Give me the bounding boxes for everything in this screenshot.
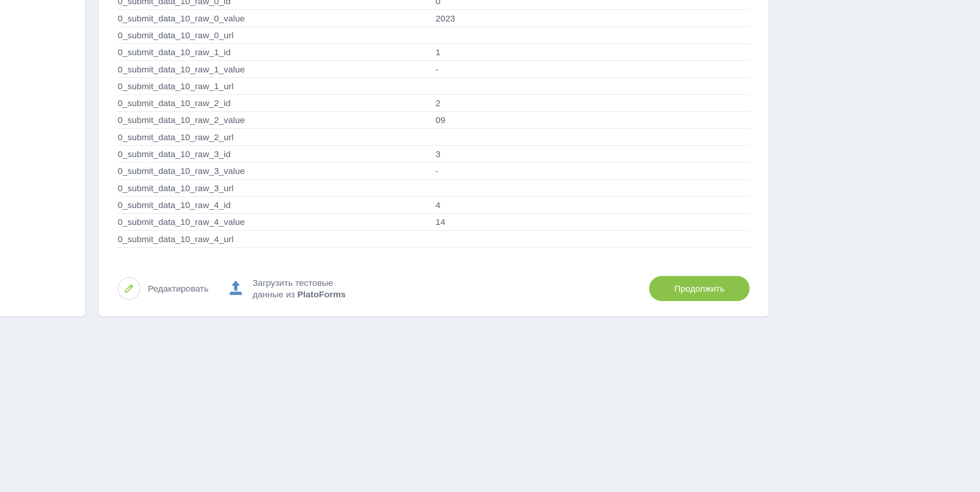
row-key: 0_submit_data_10_raw_1_id bbox=[118, 47, 435, 57]
right-panel: 0_submit_data_10_idfid50_submit_data_10_… bbox=[99, 0, 768, 316]
edit-button[interactable]: Редактировать bbox=[118, 277, 208, 300]
data-table: 0_submit_data_10_idfid50_submit_data_10_… bbox=[99, 0, 768, 265]
table-row: 0_submit_data_10_raw_3_value- bbox=[118, 163, 750, 180]
row-key: 0_submit_data_10_raw_1_url bbox=[118, 81, 435, 91]
row-value: 2 bbox=[436, 98, 750, 108]
row-key: 0_submit_data_10_raw_3_id bbox=[118, 149, 435, 159]
row-key: 0_submit_data_10_raw_2_url bbox=[118, 132, 435, 142]
row-value: 4 bbox=[436, 200, 750, 210]
table-row: 0_submit_data_10_raw_1_id1 bbox=[118, 44, 750, 61]
download-icon bbox=[226, 279, 245, 298]
table-row: 0_submit_data_10_raw_0_id0 bbox=[118, 0, 750, 10]
table-row: 0_submit_data_10_raw_2_url bbox=[118, 129, 750, 146]
row-value: 1 bbox=[436, 47, 750, 57]
left-panel bbox=[0, 0, 85, 316]
main-area: 0_submit_data_10_idfid50_submit_data_10_… bbox=[0, 0, 789, 397]
upload-brand: PlatoForms bbox=[297, 289, 346, 299]
row-key: 0_submit_data_10_raw_3_value bbox=[118, 166, 435, 176]
row-value: 3 bbox=[436, 149, 750, 159]
row-key: 0_submit_data_10_raw_4_id bbox=[118, 200, 435, 210]
upload-test-data-button[interactable]: Загрузить тестовые данные из PlatoForms bbox=[226, 277, 346, 300]
row-value: - bbox=[436, 64, 750, 74]
table-row: 0_submit_data_10_raw_1_value- bbox=[118, 61, 750, 78]
row-key: 0_submit_data_10_raw_4_url bbox=[118, 234, 435, 244]
row-value: 0 bbox=[436, 0, 750, 6]
table-row: 0_submit_data_10_raw_0_url bbox=[118, 27, 750, 44]
upload-label-line1: Загрузить тестовые bbox=[253, 277, 346, 289]
row-key: 0_submit_data_10_raw_0_url bbox=[118, 30, 435, 40]
panel-footer: Редактировать Загрузить тестовые данные … bbox=[99, 265, 768, 317]
row-value: 2023 bbox=[436, 13, 750, 23]
row-value: - bbox=[436, 166, 750, 176]
table-row: 0_submit_data_10_raw_2_id2 bbox=[118, 95, 750, 112]
table-row: 0_submit_data_10_raw_4_value14 bbox=[118, 214, 750, 231]
row-key: 0_submit_data_10_raw_2_id bbox=[118, 98, 435, 108]
row-key: 0_submit_data_10_raw_1_value bbox=[118, 64, 435, 74]
edit-label: Редактировать bbox=[148, 284, 209, 294]
upload-label-line2: данные из bbox=[253, 289, 297, 299]
pencil-icon bbox=[118, 277, 140, 300]
table-row: 0_submit_data_10_raw_3_id3 bbox=[118, 146, 750, 163]
table-row: 0_submit_data_10_raw_0_value2023 bbox=[118, 10, 750, 27]
row-value: 09 bbox=[436, 115, 750, 125]
table-row: 0_submit_data_10_raw_2_value09 bbox=[118, 112, 750, 129]
row-value: 14 bbox=[436, 217, 750, 227]
row-key: 0_submit_data_10_raw_3_url bbox=[118, 183, 435, 193]
table-row: 0_submit_data_10_raw_4_url bbox=[118, 231, 750, 248]
table-row: 0_submit_data_10_raw_1_url bbox=[118, 78, 750, 95]
row-key: 0_submit_data_10_raw_2_value bbox=[118, 115, 435, 125]
row-key: 0_submit_data_10_raw_4_value bbox=[118, 217, 435, 227]
table-row: 0_submit_data_10_raw_4_id4 bbox=[118, 197, 750, 213]
table-row: 0_submit_data_10_raw_3_url bbox=[118, 180, 750, 197]
row-key: 0_submit_data_10_raw_0_id bbox=[118, 0, 435, 6]
row-key: 0_submit_data_10_raw_0_value bbox=[118, 13, 435, 23]
continue-button[interactable]: Продолжить bbox=[649, 276, 750, 301]
